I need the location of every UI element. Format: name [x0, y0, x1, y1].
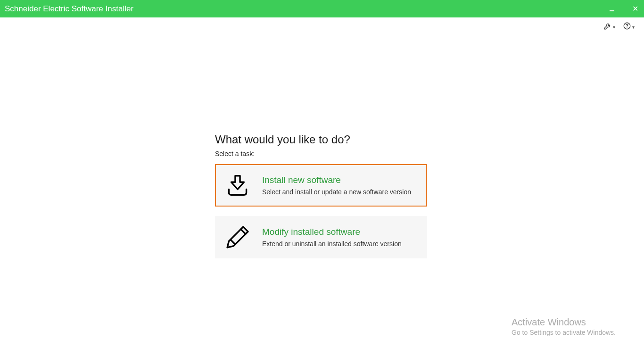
chevron-down-icon: ▾: [632, 25, 635, 30]
option-title: Modify installed software: [262, 227, 418, 237]
close-button[interactable]: ✕: [632, 5, 638, 13]
svg-line-4: [231, 240, 235, 244]
option-modify-installed[interactable]: Modify installed software Extend or unin…: [215, 216, 427, 258]
svg-point-2: [627, 27, 627, 28]
tools-icon: [603, 22, 612, 32]
titlebar: Schneider Electric Software Installer ✕: [0, 0, 644, 17]
window-title: Schneider Electric Software Installer: [5, 4, 133, 14]
svg-line-3: [241, 229, 246, 234]
windows-activation-watermark: Activate Windows Go to Settings to activ…: [512, 317, 616, 336]
toolbar: ▾ ▾: [0, 17, 644, 36]
chevron-down-icon: ▾: [613, 25, 615, 30]
help-icon: [623, 22, 631, 32]
help-button[interactable]: ▾: [623, 22, 635, 32]
pencil-icon: [224, 224, 251, 250]
option-desc: Extend or uninstall an installed softwar…: [262, 240, 418, 248]
settings-button[interactable]: ▾: [603, 22, 615, 32]
page-heading: What would you like to do?: [215, 133, 427, 146]
option-text: Install new software Select and install …: [262, 175, 418, 196]
watermark-subtitle: Go to Settings to activate Windows.: [512, 329, 616, 336]
watermark-title: Activate Windows: [512, 317, 616, 328]
option-text: Modify installed software Extend or unin…: [262, 227, 418, 248]
download-icon: [224, 173, 251, 198]
option-install-new[interactable]: Install new software Select and install …: [215, 164, 427, 207]
page-subheading: Select a task:: [215, 150, 427, 157]
main-content: What would you like to do? Select a task…: [215, 133, 427, 268]
option-desc: Select and install or update a new softw…: [262, 188, 418, 196]
window-controls: ✕: [610, 5, 638, 13]
minimize-button[interactable]: [610, 6, 615, 12]
option-title: Install new software: [262, 175, 418, 185]
